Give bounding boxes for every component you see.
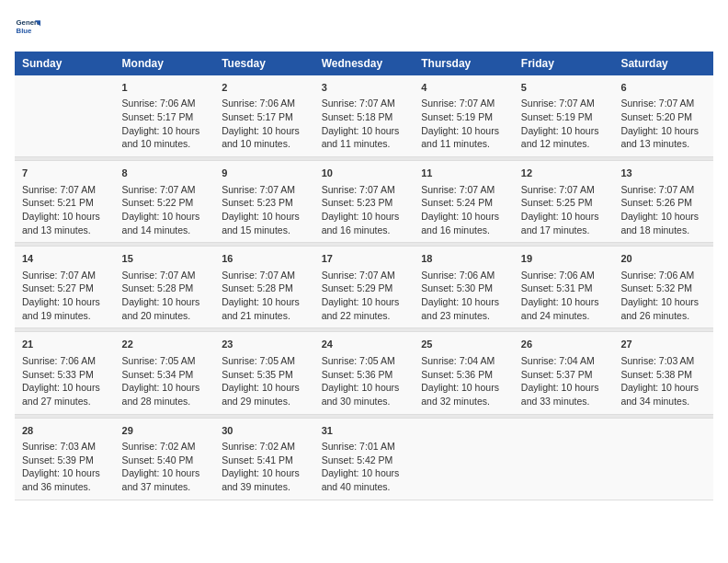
sunset-text: Sunset: 5:22 PM	[122, 197, 194, 208]
day-number: 13	[620, 167, 706, 180]
calendar-cell: 3Sunrise: 7:07 AMSunset: 5:18 PMDaylight…	[314, 75, 415, 157]
calendar-cell	[613, 418, 713, 500]
sunrise-text: Sunrise: 7:02 AM	[222, 441, 295, 452]
calendar-cell: 20Sunrise: 7:06 AMSunset: 5:32 PMDayligh…	[613, 247, 713, 328]
daylight-text: Daylight: 10 hours and 16 minutes.	[322, 211, 400, 236]
day-number: 9	[222, 167, 307, 180]
sunrise-text: Sunrise: 7:07 AM	[122, 270, 196, 281]
header-row: SundayMondayTuesdayWednesdayThursdayFrid…	[15, 52, 713, 75]
calendar-cell: 13Sunrise: 7:07 AMSunset: 5:26 PMDayligh…	[613, 161, 713, 243]
calendar-cell	[414, 418, 514, 500]
sunset-text: Sunset: 5:25 PM	[521, 197, 593, 208]
daylight-text: Daylight: 10 hours and 10 minutes.	[122, 125, 200, 150]
sunset-text: Sunset: 5:19 PM	[521, 111, 593, 122]
day-number: 6	[620, 81, 706, 95]
header: General Blue	[15, 15, 713, 40]
day-number: 27	[620, 338, 706, 351]
calendar-cell: 17Sunrise: 7:07 AMSunset: 5:29 PMDayligh…	[314, 247, 415, 328]
svg-text:Blue: Blue	[17, 27, 33, 35]
sunset-text: Sunset: 5:28 PM	[122, 282, 194, 293]
calendar-cell: 9Sunrise: 7:07 AMSunset: 5:23 PMDaylight…	[214, 161, 314, 243]
daylight-text: Daylight: 10 hours and 18 minutes.	[620, 211, 699, 236]
calendar-cell: 7Sunrise: 7:07 AMSunset: 5:21 PMDaylight…	[15, 161, 115, 243]
daylight-text: Daylight: 10 hours and 39 minutes.	[222, 467, 300, 492]
daylight-text: Daylight: 10 hours and 28 minutes.	[122, 382, 200, 407]
daylight-text: Daylight: 10 hours and 13 minutes.	[620, 125, 699, 150]
sunrise-text: Sunrise: 7:03 AM	[22, 441, 96, 452]
day-number: 25	[421, 338, 506, 351]
daylight-text: Daylight: 10 hours and 11 minutes.	[322, 125, 400, 150]
daylight-text: Daylight: 10 hours and 36 minutes.	[22, 467, 100, 492]
calendar-cell: 25Sunrise: 7:04 AMSunset: 5:36 PMDayligh…	[414, 332, 514, 414]
sunset-text: Sunset: 5:37 PM	[521, 369, 593, 380]
sunset-text: Sunset: 5:29 PM	[322, 282, 393, 293]
day-number: 7	[22, 167, 108, 180]
day-number: 3	[322, 81, 407, 95]
daylight-text: Daylight: 10 hours and 12 minutes.	[521, 125, 599, 150]
sunrise-text: Sunrise: 7:06 AM	[620, 270, 694, 281]
calendar-week-1: 1Sunrise: 7:06 AMSunset: 5:17 PMDaylight…	[15, 75, 713, 157]
sunrise-text: Sunrise: 7:04 AM	[521, 355, 595, 366]
sunrise-text: Sunrise: 7:07 AM	[521, 184, 595, 195]
col-header-sunday: Sunday	[15, 52, 115, 75]
calendar-cell: 24Sunrise: 7:05 AMSunset: 5:36 PMDayligh…	[314, 332, 415, 414]
daylight-text: Daylight: 10 hours and 24 minutes.	[521, 296, 599, 321]
calendar-cell: 28Sunrise: 7:03 AMSunset: 5:39 PMDayligh…	[15, 418, 115, 500]
sunrise-text: Sunrise: 7:02 AM	[122, 441, 196, 452]
sunrise-text: Sunrise: 7:06 AM	[521, 270, 595, 281]
calendar-cell: 22Sunrise: 7:05 AMSunset: 5:34 PMDayligh…	[115, 332, 215, 414]
daylight-text: Daylight: 10 hours and 22 minutes.	[322, 296, 400, 321]
day-number: 18	[421, 252, 506, 266]
sunrise-text: Sunrise: 7:07 AM	[22, 184, 96, 195]
sunset-text: Sunset: 5:26 PM	[620, 197, 692, 208]
sunrise-text: Sunrise: 7:07 AM	[421, 184, 495, 195]
sunset-text: Sunset: 5:30 PM	[421, 282, 493, 293]
sunrise-text: Sunrise: 7:07 AM	[222, 270, 295, 281]
calendar-cell: 5Sunrise: 7:07 AMSunset: 5:19 PMDaylight…	[514, 75, 614, 157]
sunset-text: Sunset: 5:42 PM	[322, 454, 393, 465]
day-number: 31	[322, 424, 407, 438]
day-number: 14	[22, 252, 108, 266]
sunset-text: Sunset: 5:36 PM	[322, 369, 393, 380]
sunrise-text: Sunrise: 7:06 AM	[122, 98, 196, 109]
sunrise-text: Sunrise: 7:07 AM	[620, 98, 694, 109]
daylight-text: Daylight: 10 hours and 16 minutes.	[421, 211, 499, 236]
sunset-text: Sunset: 5:17 PM	[122, 111, 194, 122]
calendar-cell: 12Sunrise: 7:07 AMSunset: 5:25 PMDayligh…	[514, 161, 614, 243]
calendar-week-5: 28Sunrise: 7:03 AMSunset: 5:39 PMDayligh…	[15, 418, 713, 500]
daylight-text: Daylight: 10 hours and 26 minutes.	[620, 296, 699, 321]
day-number: 20	[620, 252, 706, 266]
sunrise-text: Sunrise: 7:03 AM	[620, 355, 694, 366]
calendar-cell	[514, 418, 614, 500]
sunrise-text: Sunrise: 7:07 AM	[122, 184, 196, 195]
calendar-cell: 31Sunrise: 7:01 AMSunset: 5:42 PMDayligh…	[314, 418, 415, 500]
day-number: 22	[122, 338, 208, 351]
calendar-cell: 8Sunrise: 7:07 AMSunset: 5:22 PMDaylight…	[115, 161, 215, 243]
daylight-text: Daylight: 10 hours and 15 minutes.	[222, 211, 300, 236]
logo: General Blue	[15, 15, 40, 40]
day-number: 26	[521, 338, 607, 351]
sunset-text: Sunset: 5:36 PM	[421, 369, 493, 380]
sunset-text: Sunset: 5:24 PM	[421, 197, 493, 208]
calendar-week-2: 7Sunrise: 7:07 AMSunset: 5:21 PMDaylight…	[15, 161, 713, 243]
day-number: 12	[521, 167, 607, 180]
calendar-cell: 11Sunrise: 7:07 AMSunset: 5:24 PMDayligh…	[414, 161, 514, 243]
daylight-text: Daylight: 10 hours and 17 minutes.	[521, 211, 599, 236]
sunset-text: Sunset: 5:19 PM	[421, 111, 493, 122]
daylight-text: Daylight: 10 hours and 19 minutes.	[22, 296, 100, 321]
sunset-text: Sunset: 5:40 PM	[122, 454, 194, 465]
sunrise-text: Sunrise: 7:06 AM	[22, 355, 96, 366]
calendar-cell: 2Sunrise: 7:06 AMSunset: 5:17 PMDaylight…	[214, 75, 314, 157]
sunrise-text: Sunrise: 7:07 AM	[521, 98, 595, 109]
sunrise-text: Sunrise: 7:01 AM	[322, 441, 395, 452]
day-number: 16	[222, 252, 307, 266]
sunset-text: Sunset: 5:17 PM	[222, 111, 293, 122]
day-number: 28	[22, 424, 108, 438]
calendar-cell: 14Sunrise: 7:07 AMSunset: 5:27 PMDayligh…	[15, 247, 115, 328]
daylight-text: Daylight: 10 hours and 13 minutes.	[22, 211, 100, 236]
daylight-text: Daylight: 10 hours and 33 minutes.	[521, 382, 599, 407]
daylight-text: Daylight: 10 hours and 27 minutes.	[22, 382, 100, 407]
calendar-cell	[15, 75, 115, 157]
daylight-text: Daylight: 10 hours and 37 minutes.	[122, 467, 200, 492]
calendar-cell: 16Sunrise: 7:07 AMSunset: 5:28 PMDayligh…	[214, 247, 314, 328]
